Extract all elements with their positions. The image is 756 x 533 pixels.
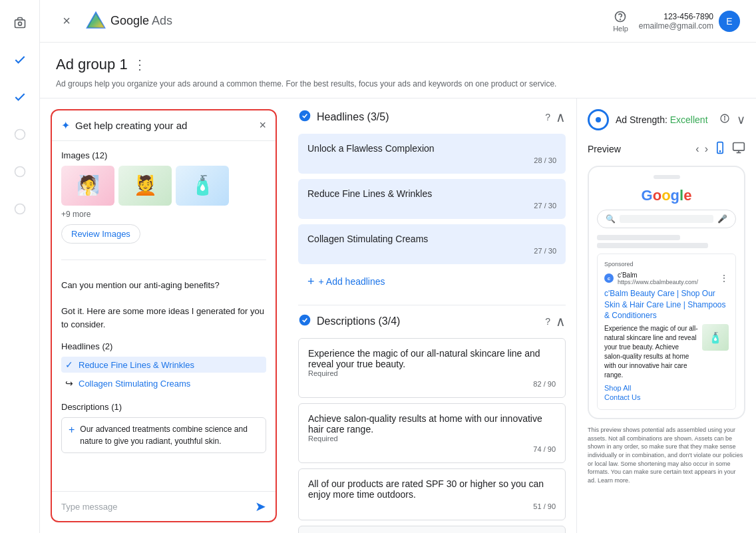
ad-site-row: c c'Balm https://www.cbalmbeauty.com/ ⋮ [604,271,729,285]
person-icon-1: 🧖 [77,174,100,196]
sidebar-icon-circle-3[interactable] [8,197,32,221]
ai-description-item: + Our advanced treatments combine scienc… [61,417,266,453]
descriptions-collapse-icon[interactable]: ∧ [556,313,566,329]
top-bar: × Google Ads [40,0,756,43]
page-title-row: Ad group 1 ⋮ [56,56,740,73]
preview-mobile-icon[interactable] [713,141,727,158]
add-headlines-button[interactable]: + + Add headlines [298,269,566,294]
account-details: 123-456-7890 emailme@gmail.com [639,12,713,31]
ad-strength-chevron-icon[interactable]: ∨ [737,112,745,127]
descriptions-check-icon [298,313,311,330]
add-icon: + [307,275,315,289]
top-bar-right: Help 123-456-7890 emailme@gmail.com E [613,10,740,33]
headlines-check-icon [298,109,311,126]
three-column-layout: ✦ Get help creating your ad × Images (12… [40,98,756,533]
sidebar-icon-circle-2[interactable] [8,160,32,184]
phone-notch [654,175,680,179]
headlines-collapse-icon[interactable]: ∧ [556,109,566,125]
preview-line-1 [597,235,680,240]
help-button[interactable]: Help [613,10,628,33]
headlines-section-title: Headlines (3/5) [298,109,389,126]
sidebar-icon-check-1[interactable] [8,48,32,72]
more-images-label: +9 more [61,210,266,219]
cursor-icon: ↪ [65,378,73,389]
ad-strength-info-icon[interactable] [719,113,730,126]
check-icon-1: ✓ [65,359,73,370]
middle-panel: Headlines (3/5) ? ∧ Unlock a Flawless Co… [287,98,576,533]
ad-more-icon[interactable]: ⋮ [719,273,729,283]
close-button[interactable]: × [56,11,77,32]
headline-text-1: Reduce Fine Lines & Wrinkles [79,360,194,370]
google-logo-preview: Google [597,187,736,204]
search-icon: 🔍 [606,214,616,224]
svg-rect-16 [733,142,745,150]
preview-lines [597,235,736,248]
review-images-button[interactable]: Review Images [61,224,140,244]
headlines-info-icon[interactable]: ? [545,112,550,122]
ad-title[interactable]: c'Balm Beauty Care | Shop Our Skin & Hai… [604,288,729,321]
headline-field-text-2: Reduce Fine Lines & Wrinkles [307,188,556,199]
ad-link-contact[interactable]: Contact Us [604,393,729,401]
headline-field-text-1: Unlock a Flawless Complexion [307,143,556,154]
ai-input-row: ➤ [52,491,276,521]
description-required-1: Required [308,369,556,377]
preview-next-icon[interactable]: › [705,143,708,155]
google-ads-logo: Google Ads [85,11,172,32]
headline-count-1: 28 / 30 [307,156,556,164]
description-count-3: 51 / 90 [308,502,556,510]
ad-image-row: Experience the magic of our all-natural … [604,324,729,380]
preview-prev-icon[interactable]: ‹ [695,143,699,155]
ad-link-shop[interactable]: Shop All [604,384,729,392]
headline-field-2[interactable]: Reduce Fine Lines & Wrinkles 27 / 30 [298,179,566,219]
headline-field-1[interactable]: Unlock a Flawless Complexion 28 / 30 [298,134,566,174]
ai-headline-item-1[interactable]: ✓ Reduce Fine Lines & Wrinkles [61,357,266,373]
headline-count-2: 27 / 30 [307,202,556,210]
right-panel: Ad Strength: Excellent ∨ Preview ‹ › [576,98,756,533]
ad-site-icon: c [604,273,614,283]
ai-message-input[interactable] [61,502,250,512]
ai-headline-item-2[interactable]: ↪ Collagen Stimulating Creams [61,375,266,391]
description-count-2: 74 / 90 [308,445,556,453]
description-text-1: Experience the magic of our all-natural … [308,348,556,369]
person-icon-3: 🧴 [191,174,214,196]
ad-site-url: https://www.cbalmbeauty.com/ [618,279,715,285]
sidebar-icon-check-2[interactable] [8,85,32,109]
description-placeholder[interactable]: Description 0 / 90 [298,526,566,533]
ai-panel-title: Get help creating your ad [75,120,187,131]
phone-preview: Google 🔍 🎤 Sponsored [588,166,745,419]
sidebar-icon-camera[interactable] [8,11,32,35]
ad-links: Shop All Contact Us [604,384,729,401]
g-red: o [653,187,662,204]
ai-close-button[interactable]: × [259,118,266,132]
description-text-3: All of our products are rated SPF 30 or … [308,478,556,500]
image-thumb-3: 🧴 [176,166,229,206]
sidebar-icon-circle-1[interactable] [8,122,32,146]
description-field-1[interactable]: Experience the magic of our all-natural … [298,338,566,398]
svg-rect-0 [15,20,25,28]
ai-headlines-section: Headlines (2) ✓ Reduce Fine Lines & Wrin… [61,341,266,394]
more-options-icon[interactable]: ⋮ [133,57,146,73]
description-field-2[interactable]: Achieve salon-quality results at home wi… [298,403,566,463]
send-button[interactable]: ➤ [255,498,266,514]
search-bar-preview[interactable]: 🔍 🎤 [597,210,736,228]
add-headlines-label: + Add headlines [319,276,385,287]
main-content: × Google Ads [40,0,756,533]
description-count-1: 82 / 90 [308,380,556,388]
page-title: Ad group 1 [56,56,128,73]
ad-strength-row: Ad Strength: Excellent ∨ [588,109,745,130]
images-row: 🧖 💆 🧴 [61,166,266,206]
g-yellow: o [662,187,670,204]
svg-point-3 [15,167,25,177]
svg-point-10 [299,314,311,325]
preview-desktop-icon[interactable] [732,141,745,158]
preview-disclaimer: This preview shows potential ads assembl… [588,426,745,484]
description-required-2: Required [308,435,556,443]
ai-descriptions-label: Descriptions (1) [61,402,266,412]
descriptions-info-icon[interactable]: ? [545,316,550,327]
ai-descriptions-section: Descriptions (1) + Our advanced treatmen… [61,402,266,453]
avatar[interactable]: E [719,11,740,32]
headline-field-3[interactable]: Collagen Stimulating Creams 27 / 30 [298,224,566,264]
description-field-3[interactable]: All of our products are rated SPF 30 or … [298,468,566,520]
descriptions-section-header: Descriptions (3/4) ? ∧ [298,313,566,330]
top-bar-left: × Google Ads [56,11,172,32]
